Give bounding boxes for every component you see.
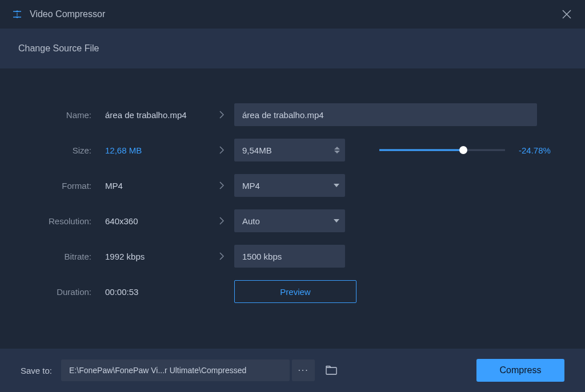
resolution-target-value: Auto (234, 216, 328, 226)
resolution-label: Resolution: (21, 216, 95, 226)
change-source-bar[interactable]: Change Source File (0, 29, 585, 68)
spinner-down-icon[interactable] (334, 151, 340, 153)
save-path-input[interactable] (61, 359, 290, 381)
app-title: Video Compressor (30, 9, 560, 19)
row-name: Name: área de trabalho.mp4 (21, 97, 564, 132)
row-bitrate: Bitrate: 1992 kbps (21, 239, 564, 274)
row-resolution: Resolution: 640x360 Auto (21, 203, 564, 239)
row-format: Format: MP4 MP4 (21, 168, 564, 203)
bitrate-label: Bitrate: (21, 252, 95, 261)
svg-rect-7 (326, 367, 336, 374)
chevron-right-icon (209, 181, 234, 190)
app-icon (11, 9, 23, 20)
preview-button[interactable]: Preview (234, 280, 356, 303)
slider-thumb[interactable] (459, 146, 467, 154)
bitrate-target-input[interactable] (234, 245, 345, 268)
row-size: Size: 12,68 MB 9,54MB -24.78% (21, 132, 564, 168)
size-slider[interactable] (379, 146, 505, 154)
format-dropdown[interactable]: MP4 (234, 174, 345, 197)
bitrate-source-value: 1992 kbps (95, 252, 209, 261)
title-bar: Video Compressor (0, 0, 585, 29)
row-duration: Duration: 00:00:53 Preview (21, 274, 564, 309)
chevron-right-icon (209, 146, 234, 155)
format-label: Format: (21, 181, 95, 191)
size-target-spinner[interactable]: 9,54MB (234, 139, 345, 161)
more-options-button[interactable]: ··· (292, 359, 315, 381)
name-label: Name: (21, 110, 95, 120)
duration-label: Duration: (21, 287, 95, 297)
size-source-value: 12,68 MB (95, 146, 209, 155)
chevron-right-icon (209, 110, 234, 119)
compress-button[interactable]: Compress (476, 359, 564, 382)
footer-bar: Save to: ··· Compress (0, 349, 585, 392)
close-button[interactable] (560, 7, 574, 21)
name-source-value: área de trabalho.mp4 (95, 110, 209, 120)
resolution-dropdown[interactable]: Auto (234, 209, 345, 232)
change-source-label: Change Source File (18, 43, 99, 54)
format-source-value: MP4 (95, 181, 209, 191)
size-label: Size: (21, 146, 95, 155)
chevron-right-icon (209, 252, 234, 261)
size-target-value: 9,54MB (234, 146, 329, 155)
slider-fill (379, 149, 463, 151)
settings-panel: Name: área de trabalho.mp4 Size: 12,68 M… (0, 68, 585, 349)
name-output-input[interactable] (234, 103, 537, 126)
format-target-value: MP4 (234, 181, 328, 191)
caret-down-icon (328, 219, 345, 223)
size-percent: -24.78% (519, 146, 551, 155)
resolution-source-value: 640x360 (95, 216, 209, 226)
open-folder-button[interactable] (320, 359, 342, 381)
chevron-right-icon (209, 216, 234, 225)
caret-down-icon (328, 184, 345, 187)
saveto-label: Save to: (21, 366, 52, 375)
duration-value: 00:00:53 (95, 287, 209, 297)
spinner-up-icon[interactable] (334, 147, 340, 149)
